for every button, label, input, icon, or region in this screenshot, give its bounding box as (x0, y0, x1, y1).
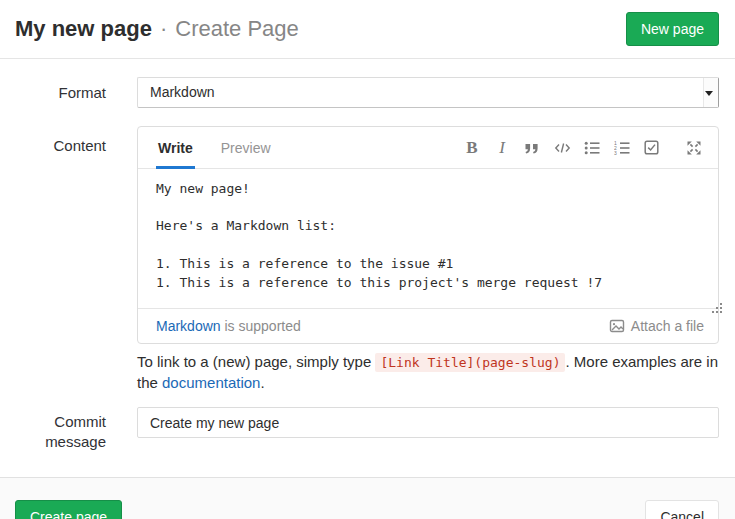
bold-button[interactable]: B (460, 134, 484, 162)
commit-message-row: Commit message (15, 407, 719, 452)
form-actions-bar: Create page Cancel (0, 477, 735, 519)
chevron-down-icon (705, 91, 713, 96)
markdown-help-link[interactable]: Markdown (156, 318, 221, 334)
format-row: Format Markdown (15, 77, 719, 108)
code-button[interactable] (550, 134, 574, 162)
bullet-list-icon (584, 140, 600, 156)
link-syntax-code: [Link Title](page-slug) (375, 353, 565, 372)
code-icon (554, 140, 571, 156)
help-text-period: . (260, 374, 264, 391)
svg-text:3: 3 (614, 149, 617, 155)
editor-footer: Markdown is supported Attach a file (138, 308, 718, 343)
fullscreen-icon (686, 140, 702, 156)
commit-message-input[interactable] (137, 407, 719, 438)
numbered-list-icon: 1 2 3 (614, 140, 630, 156)
attach-file-label: Attach a file (631, 318, 704, 334)
create-page-button[interactable]: Create page (15, 500, 122, 519)
title-separator: · (160, 16, 167, 42)
markdown-editor: Write Preview B I (137, 126, 719, 344)
fullscreen-button[interactable] (682, 134, 706, 162)
commit-message-label: Commit message (15, 407, 106, 452)
documentation-link[interactable]: documentation (162, 374, 260, 391)
task-list-icon (644, 140, 660, 156)
quote-icon (524, 140, 540, 156)
bold-icon: B (466, 138, 477, 158)
page-title: My new page · Create Page (15, 16, 299, 42)
markdown-supported-text: is supported (221, 318, 301, 334)
page-title-action: Create Page (175, 16, 299, 42)
blockquote-button[interactable] (520, 134, 544, 162)
page-header: My new page · Create Page New page (0, 0, 735, 58)
cancel-button[interactable]: Cancel (645, 500, 719, 519)
numbered-list-button[interactable]: 1 2 3 (610, 134, 634, 162)
bullet-list-button[interactable] (580, 134, 604, 162)
resize-grip[interactable] (712, 303, 714, 305)
wiki-create-form: Format Markdown Content Write Preview B … (0, 59, 735, 452)
format-select-value: Markdown (150, 84, 215, 100)
task-list-button[interactable] (640, 134, 664, 162)
content-editor[interactable]: My new page! Here's a Markdown list: 1. … (138, 169, 718, 308)
attach-image-icon (609, 318, 625, 334)
page-title-name: My new page (15, 16, 152, 42)
italic-button[interactable]: I (490, 134, 514, 162)
toolbar-icons: B I (460, 127, 706, 168)
format-select[interactable]: Markdown (137, 77, 719, 108)
content-row: Content Write Preview B I (15, 126, 719, 407)
help-text-before: To link to a (new) page, simply type (137, 353, 375, 370)
new-page-button[interactable]: New page (626, 12, 719, 46)
page-link-help-text: To link to a (new) page, simply type [Li… (137, 352, 719, 393)
attach-file-button[interactable]: Attach a file (609, 318, 704, 334)
italic-icon: I (499, 138, 505, 158)
editor-toolbar: Write Preview B I (138, 127, 718, 169)
format-label: Format (15, 77, 106, 108)
content-label: Content (15, 126, 106, 407)
tab-preview[interactable]: Preview (219, 127, 273, 168)
tab-write[interactable]: Write (156, 127, 195, 168)
